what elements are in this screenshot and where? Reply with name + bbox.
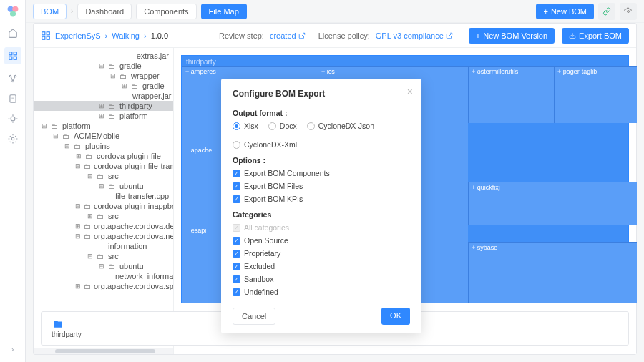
checkbox-label: All categories (244, 223, 289, 232)
categories-label: Categories (233, 210, 410, 219)
checkbox-icon: ✓ (233, 224, 240, 232)
checkbox-icon: ✓ (233, 250, 240, 258)
checkbox-icon: ✓ (233, 237, 240, 245)
category-checkbox[interactable]: ✓Excluded (233, 262, 410, 270)
checkbox-label: Export BOM Files (244, 182, 303, 190)
export-config-modal: Configure BOM Export × Output format : X… (221, 79, 421, 333)
checkbox-icon: ✓ (233, 275, 240, 283)
category-checkbox: ✓All categories (233, 223, 410, 232)
format-radio[interactable]: CycloneDX-Xml (233, 140, 297, 149)
checkbox-icon: ✓ (233, 288, 240, 296)
checkbox-icon: ✓ (233, 195, 240, 203)
option-checkbox[interactable]: ✓Export BOM Components (233, 169, 410, 177)
modal-title: Configure BOM Export (233, 89, 410, 99)
category-checkbox[interactable]: ✓Undefined (233, 288, 410, 296)
category-checkbox[interactable]: ✓Open Source (233, 236, 410, 245)
category-checkbox[interactable]: ✓Sandbox (233, 275, 410, 283)
format-radio[interactable]: Xlsx (233, 122, 258, 130)
options-label: Options : (233, 156, 410, 165)
output-format-label: Output format : (233, 109, 410, 117)
checkbox-label: Sandbox (244, 275, 273, 283)
radio-label: CycloneDX-Json (318, 122, 374, 130)
format-radio[interactable]: CycloneDX-Json (307, 122, 374, 130)
checkbox-label: Export BOM Components (244, 169, 330, 177)
radio-icon (233, 122, 240, 130)
category-checkbox[interactable]: ✓Proprietary (233, 249, 410, 258)
radio-label: Xlsx (244, 122, 258, 130)
checkbox-label: Export BOM KPIs (244, 195, 303, 203)
checkbox-label: Proprietary (244, 249, 280, 258)
checkbox-label: Excluded (244, 262, 275, 270)
checkbox-label: Undefined (244, 288, 278, 296)
format-radio[interactable]: Docx (268, 122, 297, 130)
checkbox-icon: ✓ (233, 170, 240, 177)
radio-icon (307, 122, 315, 130)
option-checkbox[interactable]: ✓Export BOM KPIs (233, 195, 410, 203)
radio-icon (268, 122, 276, 130)
radio-label: CycloneDX-Xml (244, 140, 297, 149)
cancel-button[interactable]: Cancel (233, 308, 275, 325)
close-icon[interactable]: × (407, 86, 413, 97)
checkbox-icon: ✓ (233, 182, 240, 190)
ok-button[interactable]: OK (381, 308, 410, 325)
radio-label: Docx (280, 122, 297, 130)
option-checkbox[interactable]: ✓Export BOM Files (233, 182, 410, 190)
radio-icon (233, 141, 240, 149)
checkbox-icon: ✓ (233, 263, 240, 270)
checkbox-label: Open Source (244, 236, 288, 245)
